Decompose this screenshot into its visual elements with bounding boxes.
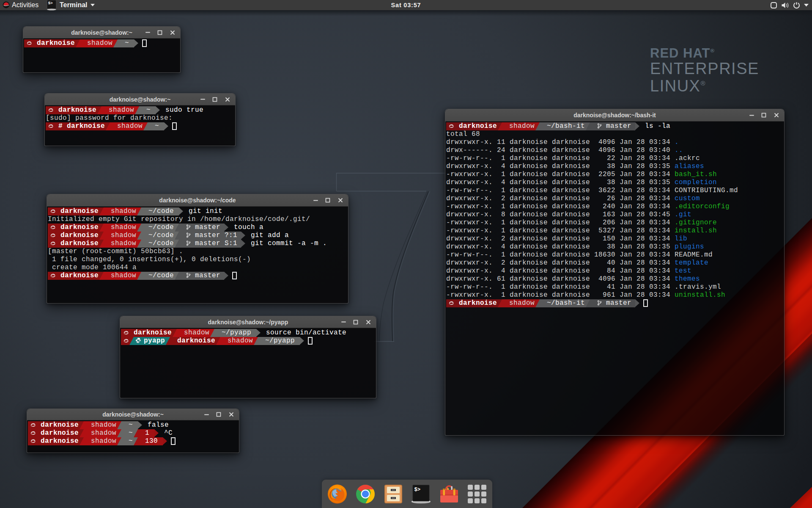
svg-text:$>: $> [414,487,420,493]
svg-text:ENTERPRISE: ENTERPRISE [650,60,759,77]
svg-text:LINUX®: LINUX® [650,77,706,95]
svg-text:RED HAT®: RED HAT® [650,46,715,61]
